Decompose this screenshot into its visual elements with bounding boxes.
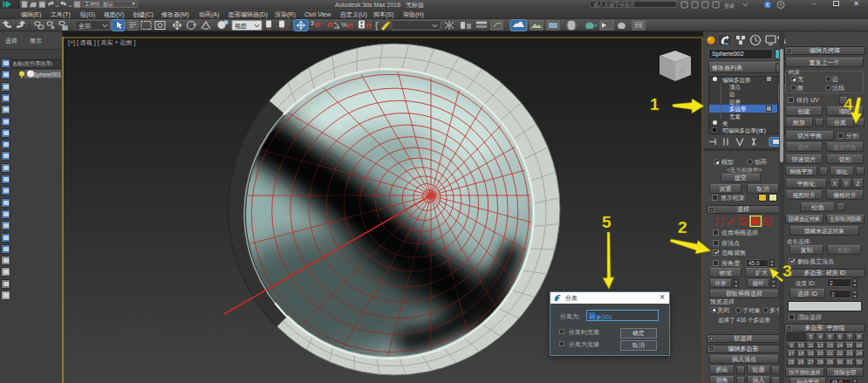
svg-text:4: 4 — [844, 95, 853, 113]
svg-text:1: 1 — [650, 95, 660, 113]
svg-text:3: 3 — [783, 262, 792, 280]
svg-text:2: 2 — [678, 218, 687, 236]
svg-text:5: 5 — [602, 213, 612, 231]
